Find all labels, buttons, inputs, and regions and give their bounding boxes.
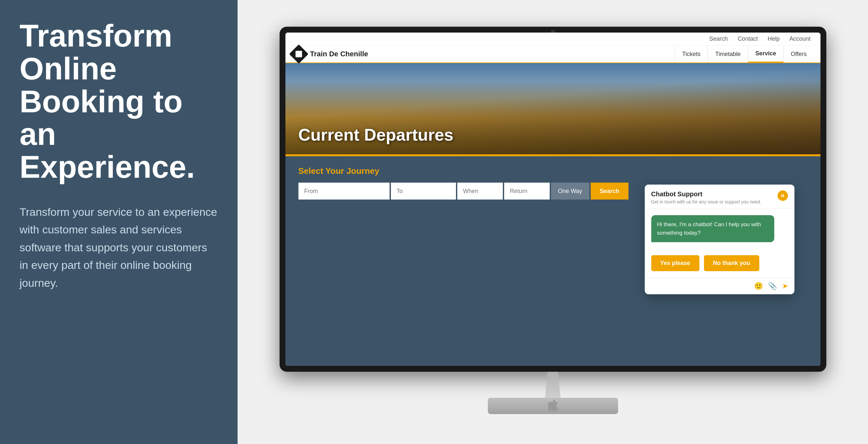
when-input[interactable] — [457, 183, 503, 200]
chatbot-message: Hi there, I'm a chatbot! Can I help you … — [651, 215, 774, 242]
nav-service[interactable]: Service — [748, 46, 783, 62]
nav-timetable[interactable]: Timetable — [708, 46, 748, 62]
monitor-wrapper: Search Contact Help Account Train De Che… — [268, 27, 838, 417]
monitor-neck — [540, 372, 566, 398]
left-panel: Transform Online Booking to an Experienc… — [0, 0, 238, 444]
booking-title: Select Your Journey — [299, 166, 807, 176]
monitor-base — [488, 398, 618, 414]
chatbot-header: Chatbot Support Get in touch with us for… — [645, 184, 795, 209]
right-panel: Search Contact Help Account Train De Che… — [238, 0, 868, 444]
nav-tickets[interactable]: Tickets — [675, 46, 708, 62]
chatbot-actions: Yes please No thank you — [645, 255, 795, 278]
to-input[interactable] — [391, 183, 456, 200]
apple-logo — [545, 397, 561, 413]
nav-offers[interactable]: Offers — [783, 46, 814, 62]
hero-page-title: Current Departures — [299, 125, 454, 145]
monitor-screen: Search Contact Help Account Train De Che… — [285, 33, 820, 366]
hero-image: Current Departures — [285, 63, 820, 154]
chatbot-title: Chatbot Support — [651, 190, 762, 198]
chatbot-header-text: Chatbot Support Get in touch with us for… — [651, 190, 762, 204]
nav-account[interactable]: Account — [789, 35, 810, 42]
oneway-button[interactable]: One Way — [551, 183, 589, 200]
top-navigation: Search Contact Help Account — [285, 33, 820, 46]
emoji-icon[interactable]: 🙂 — [754, 282, 763, 290]
nav-contact[interactable]: Contact — [738, 35, 758, 42]
hero-title: Transform Online Booking to an Experienc… — [20, 20, 218, 184]
attachment-icon[interactable]: 📎 — [768, 282, 777, 290]
search-button[interactable]: Search — [591, 183, 628, 200]
nav-help[interactable]: Help — [768, 35, 779, 42]
chatbot-close-button[interactable]: × — [777, 190, 788, 201]
send-icon[interactable]: ➤ — [782, 282, 788, 290]
return-input[interactable] — [504, 183, 550, 200]
chatbot-input-bar: 🙂 📎 ➤ — [645, 278, 795, 294]
nav-search[interactable]: Search — [709, 35, 728, 42]
no-button[interactable]: No thank you — [704, 255, 759, 271]
hero-subtitle: Transform your service to an experience … — [20, 203, 218, 292]
chatbot-subtitle: Get in touch with us for any issue or su… — [651, 199, 762, 204]
monitor-bezel: Search Contact Help Account Train De Che… — [280, 27, 826, 372]
brand-logo-diamond — [296, 51, 302, 57]
brand-name: Train De Chenille — [310, 50, 368, 58]
brand-logo — [289, 44, 308, 63]
nav-links: Tickets Timetable Service Offers — [675, 46, 814, 62]
from-input[interactable] — [299, 183, 390, 200]
brand: Train De Chenille — [292, 47, 675, 61]
main-navigation: Train De Chenille Tickets Timetable Serv… — [285, 46, 820, 63]
yes-button[interactable]: Yes please — [651, 255, 700, 271]
chatbot-widget: Chatbot Support Get in touch with us for… — [645, 184, 795, 294]
chatbot-body: Hi there, I'm a chatbot! Can I help you … — [645, 209, 795, 255]
